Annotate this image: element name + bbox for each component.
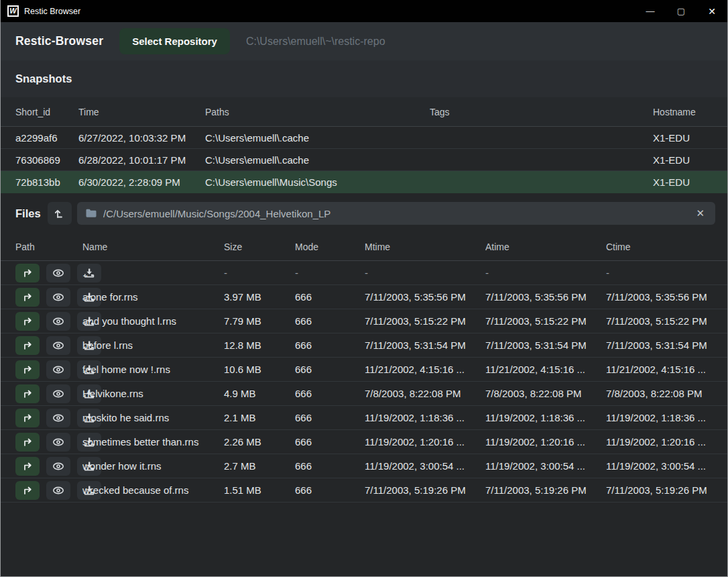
files-path-input[interactable]: /C/Users/emuell/Music/Songs/2004_Helveti… bbox=[77, 202, 715, 225]
snapshot-row[interactable]: 72b813bb 6/30/2022, 2:28:09 PM C:\Users\… bbox=[1, 171, 727, 193]
preview-file-button[interactable] bbox=[46, 433, 70, 452]
arrow-up-right-icon bbox=[21, 364, 34, 376]
col-atime: Atime bbox=[485, 242, 606, 252]
eye-icon bbox=[52, 339, 65, 352]
file-mtime: 7/11/2003, 5:15:22 PM bbox=[365, 315, 485, 327]
files-path-value: /C/Users/emuell/Music/Songs/2004_Helveti… bbox=[103, 208, 687, 219]
preview-file-button[interactable] bbox=[46, 312, 70, 331]
file-mtime: 7/11/2003, 5:31:54 PM bbox=[365, 339, 485, 351]
preview-file-button[interactable] bbox=[46, 409, 70, 427]
arrow-up-right-icon bbox=[21, 388, 34, 400]
file-atime: 11/19/2002, 1:20:16 ... bbox=[485, 436, 606, 448]
file-atime: 11/19/2002, 1:18:36 ... bbox=[485, 412, 606, 423]
file-mtime: 11/21/2002, 4:15:16 ... bbox=[365, 364, 485, 375]
file-mode: 666 bbox=[295, 484, 365, 496]
file-atime: 7/11/2003, 5:19:26 PM bbox=[485, 484, 606, 496]
file-mode: 666 bbox=[295, 315, 365, 327]
snapshot-paths: C:\Users\emuell\.cache bbox=[205, 132, 430, 144]
file-ctime: 7/11/2003, 5:31:54 PM bbox=[606, 339, 713, 351]
file-name: moskito he said.rns bbox=[82, 412, 224, 423]
eye-icon bbox=[52, 267, 65, 279]
preview-file-button[interactable] bbox=[46, 457, 70, 476]
preview-file-button[interactable] bbox=[46, 288, 70, 307]
file-mode: - bbox=[295, 267, 365, 278]
col-paths: Paths bbox=[205, 107, 430, 117]
preview-file-button[interactable] bbox=[46, 264, 70, 282]
file-atime: - bbox=[485, 267, 606, 278]
file-size: 10.6 MB bbox=[224, 364, 295, 375]
eye-icon bbox=[52, 412, 65, 424]
go-parent-directory-button[interactable] bbox=[15, 433, 40, 452]
snapshot-short-id: 76306869 bbox=[15, 154, 78, 166]
eye-icon bbox=[52, 436, 65, 448]
minimize-button[interactable]: — bbox=[635, 0, 666, 22]
arrow-up-right-icon bbox=[21, 412, 34, 424]
file-mode: 666 bbox=[295, 291, 365, 303]
go-parent-directory-button[interactable] bbox=[15, 312, 40, 331]
arrow-up-right-icon bbox=[21, 484, 34, 496]
col-mtime: Mtime bbox=[365, 242, 485, 252]
file-mtime: 11/19/2002, 1:18:36 ... bbox=[365, 412, 485, 423]
eye-icon bbox=[52, 484, 65, 496]
file-name: alone for.rns bbox=[82, 291, 224, 303]
snapshots-section-header: Snapshots bbox=[1, 60, 727, 97]
preview-file-button[interactable] bbox=[46, 384, 70, 403]
col-hostname: Hostname bbox=[653, 107, 713, 117]
file-mode: 666 bbox=[295, 436, 365, 448]
file-mode: 666 bbox=[295, 339, 365, 351]
go-parent-directory-button[interactable] bbox=[15, 409, 40, 427]
app-header: Restic-Browser Select Repository C:\User… bbox=[1, 22, 727, 60]
file-size: 2.26 MB bbox=[224, 436, 295, 448]
arrow-up-right-icon bbox=[21, 436, 34, 448]
snapshot-row[interactable]: 76306869 6/28/2022, 10:01:17 PM C:\Users… bbox=[1, 149, 727, 171]
col-tags: Tags bbox=[430, 107, 653, 117]
go-parent-directory-button[interactable] bbox=[15, 457, 40, 476]
app-icon: W bbox=[7, 5, 19, 17]
col-short-id: Short_id bbox=[15, 107, 78, 117]
titlebar-drag-area[interactable]: W Restic Browser bbox=[1, 5, 635, 17]
snapshot-paths: C:\Users\emuell\.cache bbox=[205, 154, 430, 166]
maximize-button[interactable]: ▢ bbox=[666, 0, 696, 22]
eye-icon bbox=[52, 388, 65, 400]
snapshots-title: Snapshots bbox=[15, 72, 72, 85]
select-repository-button[interactable]: Select Repository bbox=[119, 28, 230, 54]
col-time: Time bbox=[78, 107, 205, 117]
clear-path-button[interactable]: ✕ bbox=[693, 207, 707, 219]
snapshots-table-body: a2299af6 6/27/2022, 10:03:32 PM C:\Users… bbox=[1, 127, 727, 193]
go-parent-directory-button[interactable] bbox=[15, 360, 40, 379]
file-atime: 7/8/2003, 8:22:08 PM bbox=[485, 388, 606, 399]
file-name: wonder how it.rns bbox=[82, 460, 224, 472]
file-size: 1.51 MB bbox=[224, 484, 295, 496]
snapshot-hostname: X1-EDU bbox=[653, 132, 713, 144]
file-mtime: 11/19/2002, 1:20:16 ... bbox=[365, 436, 485, 448]
preview-file-button[interactable] bbox=[46, 336, 70, 355]
go-parent-directory-button[interactable] bbox=[15, 336, 40, 355]
file-row: moskito he said.rns 2.1 MB 666 11/19/200… bbox=[1, 406, 727, 430]
file-mode: 666 bbox=[295, 412, 365, 423]
toggle-tree-view-button[interactable] bbox=[48, 202, 72, 225]
folder-icon bbox=[85, 208, 97, 219]
snapshot-row[interactable]: a2299af6 6/27/2022, 10:03:32 PM C:\Users… bbox=[1, 127, 727, 149]
go-parent-directory-button[interactable] bbox=[15, 264, 40, 282]
snapshot-time: 6/27/2022, 10:03:32 PM bbox=[78, 132, 205, 144]
file-row: .. - - - - - bbox=[1, 261, 727, 285]
file-mtime: - bbox=[365, 267, 485, 278]
file-atime: 11/19/2002, 3:00:54 ... bbox=[485, 460, 606, 472]
file-row: sometimes better than.rns 2.26 MB 666 11… bbox=[1, 430, 727, 454]
go-parent-directory-button[interactable] bbox=[15, 384, 40, 403]
go-parent-directory-button[interactable] bbox=[15, 288, 40, 307]
col-ctime: Ctime bbox=[606, 242, 713, 252]
close-button[interactable]: ✕ bbox=[696, 0, 727, 22]
file-mtime: 7/11/2003, 5:35:56 PM bbox=[365, 291, 485, 303]
go-parent-directory-button[interactable] bbox=[15, 481, 40, 500]
preview-file-button[interactable] bbox=[46, 481, 70, 500]
snapshot-time: 6/30/2022, 2:28:09 PM bbox=[78, 176, 205, 188]
snapshot-hostname: X1-EDU bbox=[653, 176, 713, 188]
file-size: 12.8 MB bbox=[224, 339, 295, 351]
file-name: .. bbox=[82, 267, 224, 278]
snapshot-short-id: 72b813bb bbox=[15, 176, 78, 188]
file-ctime: 11/21/2002, 4:15:16 ... bbox=[606, 364, 713, 375]
file-name: before l.rns bbox=[82, 339, 224, 351]
app-window: W Restic Browser — ▢ ✕ Restic-Browser Se… bbox=[0, 0, 728, 577]
preview-file-button[interactable] bbox=[46, 360, 70, 379]
